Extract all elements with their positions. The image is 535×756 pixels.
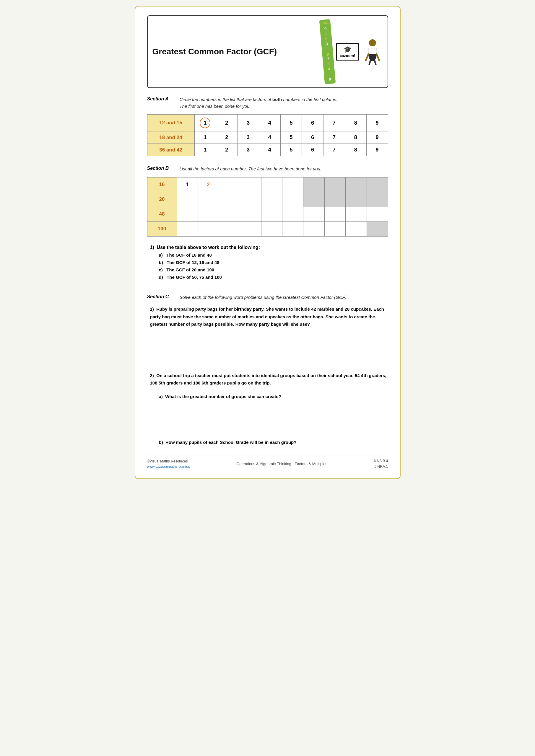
- table-cell: 2: [216, 131, 238, 144]
- table-cell: 5: [280, 131, 302, 144]
- table-cell: [346, 177, 367, 192]
- table-cell: 4: [259, 144, 280, 156]
- table-cell: 2: [216, 115, 238, 131]
- table-cell: 1: [194, 115, 216, 131]
- table-cell: 3: [238, 131, 259, 144]
- section-b-header: Section B List all the factors of each n…: [147, 166, 388, 173]
- logo-area: ¹⁵⁸916397640 🎓 cazoom!: [322, 19, 383, 84]
- standard-1: 6.NS.B.4: [374, 458, 388, 464]
- table-cell: [367, 207, 388, 222]
- row-label: 12 and 15: [147, 115, 194, 131]
- table-cell: 5: [280, 115, 302, 131]
- table-cell: [198, 192, 219, 207]
- row-label: 18 and 24: [147, 131, 194, 144]
- problem-2a: a) What is the greatest number of groups…: [159, 393, 388, 400]
- table-cell: [282, 177, 303, 192]
- problem-2b: b) How many pupils of each School Grade …: [159, 439, 388, 446]
- website-link[interactable]: www.cazoommaths.com/us: [147, 465, 190, 469]
- sub-question-b: b) The GCF of 12, 16 and 48: [159, 260, 388, 265]
- table-cell: [177, 192, 198, 207]
- table-cell: [261, 177, 282, 192]
- table-cell: [303, 207, 324, 222]
- table-cell: 4: [259, 115, 280, 131]
- table-cell: 9: [366, 131, 388, 144]
- sub-label: a): [159, 253, 165, 257]
- table-row: 36 and 42 1 2 3 4 5 6 7 8 9: [147, 144, 388, 156]
- table-cell: [240, 177, 261, 192]
- section-c-label: Section C: [147, 294, 174, 299]
- table-row: 48: [147, 207, 388, 222]
- sub-text: The GCF of 16 and 48: [166, 253, 211, 257]
- sub-label: d): [159, 275, 166, 280]
- table-row: 20: [147, 192, 388, 207]
- table-cell: [346, 222, 367, 236]
- table-cell: 3: [238, 144, 259, 156]
- sub-text: The GCF of 12, 16 and 48: [167, 260, 219, 265]
- table-row: 100: [147, 222, 388, 236]
- section-c-header: Section C Solve each of the following wo…: [147, 294, 388, 301]
- table-cell: 8: [345, 115, 366, 131]
- table-cell: [177, 207, 198, 222]
- svg-line-5: [369, 61, 371, 65]
- table-cell: [219, 207, 240, 222]
- circled-number: 1: [200, 118, 210, 128]
- table-cell: [303, 177, 324, 192]
- section-a-header: Section A Circle the numbers in the list…: [147, 96, 388, 110]
- section-b-label: Section B: [147, 166, 174, 171]
- row-label: 20: [147, 192, 177, 207]
- word-problem-2: 2) On a school trip a teacher must put s…: [147, 372, 388, 446]
- table-cell: 8: [345, 144, 366, 156]
- table-cell: [240, 207, 261, 222]
- questions-section: 1) Use the table above to work out the f…: [147, 245, 388, 280]
- section-a-description: Circle the numbers in the list that are …: [180, 96, 338, 110]
- standard-2: 5.NF.A.1: [374, 464, 388, 470]
- section-b-table: 16 1 2 20: [147, 177, 388, 236]
- table-cell: [219, 222, 240, 236]
- table-cell: 9: [366, 115, 388, 131]
- table-cell: [324, 207, 345, 222]
- table-cell: 5: [280, 144, 302, 156]
- table-cell: [303, 192, 324, 207]
- sub-question-d: d) The GCF of 50, 75 and 100: [159, 275, 388, 280]
- sub-question-c: c) The GCF of 20 and 100: [159, 267, 388, 272]
- cazoom-label: cazoom!: [340, 53, 355, 58]
- table-cell: 3: [238, 115, 259, 131]
- cazoom-logo: 🎓 cazoom!: [336, 43, 359, 61]
- question-intro: 1) Use the table above to work out the f…: [150, 245, 388, 250]
- row-label: 48: [147, 207, 177, 222]
- problem-2-text: 2) On a school trip a teacher must put s…: [150, 372, 388, 387]
- sub-text: The GCF of 50, 75 and 100: [167, 275, 222, 280]
- table-row: 12 and 15 1 2 3 4 5 6 7 8 9: [147, 115, 388, 131]
- row-label: 16: [147, 177, 177, 192]
- table-row: 16 1 2: [147, 177, 388, 192]
- badge-numbers: ¹⁵⁸916397640: [322, 21, 333, 82]
- table-cell: 4: [259, 131, 280, 144]
- word-problem-1: 1) Ruby is preparing party bags for her …: [147, 305, 388, 369]
- table-cell: 7: [324, 115, 345, 131]
- answer-space-1b: [147, 352, 388, 369]
- character-illustration: [362, 39, 383, 65]
- table-cell: [261, 222, 282, 236]
- problem-1-text: 1) Ruby is preparing party bags for her …: [150, 305, 388, 328]
- table-cell: 6: [302, 115, 324, 131]
- header: Greatest Common Factor (GCF) ¹⁵⁸91639764…: [147, 15, 388, 88]
- table-cell: [177, 222, 198, 236]
- table-cell: [367, 177, 388, 192]
- row-label: 100: [147, 222, 177, 236]
- table-cell: [346, 192, 367, 207]
- answer-space-2a2: [147, 418, 388, 436]
- copyright-text: ©Visual Maths Resources: [147, 459, 190, 464]
- section-a-label: Section A: [147, 96, 174, 102]
- table-cell: [198, 222, 219, 236]
- table-cell: [346, 207, 367, 222]
- page-title: Greatest Common Factor (GCF): [153, 47, 322, 56]
- table-cell: [261, 207, 282, 222]
- section-c-description: Solve each of the following word problem…: [180, 294, 348, 301]
- table-cell: [367, 222, 388, 236]
- sub-text: The GCF of 20 and 100: [166, 267, 214, 272]
- answer-space-2a: [147, 400, 388, 418]
- row-label: 36 and 42: [147, 144, 194, 156]
- sub-label: c): [159, 267, 165, 272]
- table-cell: 2: [198, 177, 219, 192]
- table-cell: [324, 177, 345, 192]
